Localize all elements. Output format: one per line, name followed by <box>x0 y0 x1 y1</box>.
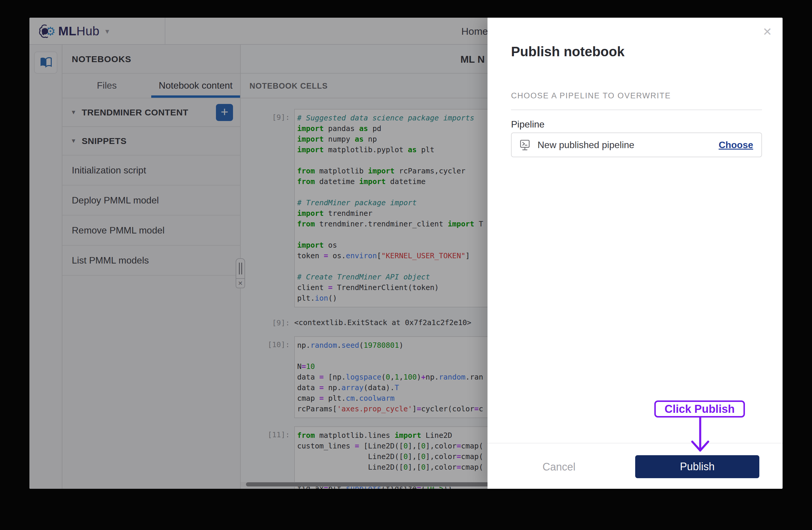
divider <box>488 443 783 444</box>
click-publish-annotation: Click Publish <box>654 401 745 418</box>
pipeline-select[interactable]: New published pipeline Choose <box>511 132 762 157</box>
app-window: ⚙ MLHub ▾ Home N NOTEBOOKS F <box>29 18 783 489</box>
pipeline-section-label: CHOOSE A PIPELINE TO OVERWRITE <box>511 91 671 100</box>
annotation-arrow-icon <box>683 416 718 454</box>
publish-button[interactable]: Publish <box>635 455 759 478</box>
publish-notebook-drawer: ✕ Publish notebook CHOOSE A PIPELINE TO … <box>488 18 783 489</box>
close-icon[interactable]: ✕ <box>763 25 772 38</box>
pipeline-field-label: Pipeline <box>511 119 545 130</box>
divider <box>511 110 762 110</box>
pipeline-terminal-icon <box>519 139 531 151</box>
pipeline-value: New published pipeline <box>537 140 634 151</box>
choose-link[interactable]: Choose <box>719 140 753 151</box>
cancel-button[interactable]: Cancel <box>535 458 582 476</box>
annotation-text: Click Publish <box>665 403 735 416</box>
drawer-title: Publish notebook <box>511 44 625 59</box>
